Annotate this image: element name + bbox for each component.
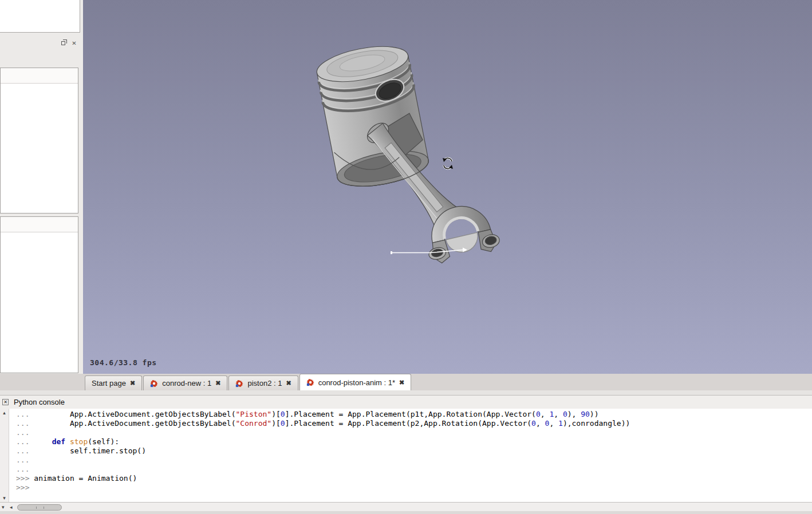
- console-title: Python console: [14, 398, 65, 406]
- app-window: ✕: [0, 0, 812, 514]
- console-close-button[interactable]: ✕: [2, 399, 9, 405]
- dock-close-button[interactable]: ✕: [70, 39, 78, 47]
- tab-close-icon[interactable]: ✖: [130, 380, 135, 386]
- freecad-doc-icon: [306, 378, 314, 386]
- tab-label: Start page: [92, 379, 126, 388]
- tab-conrod-piston-anim[interactable]: conrod-piston-anim : 1* ✖: [299, 374, 412, 390]
- tab-conrod-new[interactable]: conrod-new : 1 ✖: [143, 375, 227, 390]
- window-bottom-edge: [0, 511, 812, 514]
- scroll-up-icon[interactable]: ▴: [0, 410, 9, 416]
- freecad-doc-icon: [150, 379, 158, 388]
- dock-panel-upper-header: [1, 68, 78, 84]
- document-tabbar: Start page ✖ conrod-new : 1 ✖ piston2 : …: [0, 374, 812, 390]
- tab-label: piston2 : 1: [247, 379, 282, 388]
- viewport-3d[interactable]: 304.6/33.8 fps: [83, 0, 812, 374]
- tab-label: conrod-new : 1: [162, 379, 211, 388]
- scrollbar-thumb[interactable]: [17, 504, 62, 511]
- model-svg: [83, 0, 812, 374]
- scroll-corner-icon[interactable]: ▾: [2, 504, 5, 510]
- left-dock: ✕: [0, 0, 83, 374]
- scroll-left-icon[interactable]: ◂: [10, 504, 13, 510]
- console-code[interactable]: ... App.ActiveDocument.getObjectsByLabel…: [16, 410, 812, 492]
- scroll-down-icon[interactable]: ▾: [0, 495, 9, 501]
- tab-piston2[interactable]: piston2 : 1 ✖: [228, 375, 298, 390]
- freecad-doc-icon: [235, 379, 243, 388]
- dock-float-button[interactable]: [60, 39, 67, 47]
- tab-close-icon[interactable]: ✖: [215, 380, 220, 386]
- dock-top-panel: [0, 0, 80, 33]
- python-console-header: ✕ Python console: [0, 395, 812, 409]
- tab-start-page[interactable]: Start page ✖: [85, 375, 142, 390]
- tab-label: conrod-piston-anim : 1*: [318, 378, 395, 387]
- dock-panel-upper: [0, 68, 78, 213]
- close-icon: ✕: [72, 40, 76, 46]
- rotate-cursor-icon: [443, 158, 453, 169]
- tab-close-icon[interactable]: ✖: [399, 379, 404, 386]
- tab-close-icon[interactable]: ✖: [286, 380, 291, 386]
- dock-panel-lower-header: [1, 217, 78, 232]
- console-scrollbar[interactable]: ▴ ▾: [0, 409, 9, 502]
- panel-splitter[interactable]: [0, 390, 812, 395]
- float-icon: [61, 41, 65, 45]
- dock-panel-lower: [0, 216, 78, 373]
- python-console-body[interactable]: ▴ ▾ ... App.ActiveDocument.getObjectsByL…: [0, 409, 812, 502]
- fps-counter: 304.6/33.8 fps: [90, 358, 157, 367]
